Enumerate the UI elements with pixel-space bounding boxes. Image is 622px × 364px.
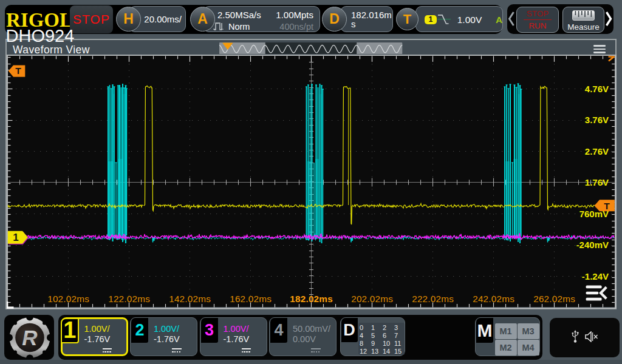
svg-text:3.76V: 3.76V: [585, 115, 609, 125]
svg-text:-1.24V: -1.24V: [582, 271, 609, 281]
svg-text:102.02ms: 102.02ms: [47, 294, 89, 304]
svg-text:182.02ms: 182.02ms: [290, 294, 333, 304]
svg-text:262.02ms: 262.02ms: [533, 294, 575, 304]
svg-text:T: T: [15, 66, 21, 76]
svg-text:222.02ms: 222.02ms: [412, 294, 454, 304]
svg-text:242.02ms: 242.02ms: [473, 294, 514, 304]
svg-text:1.76V: 1.76V: [585, 177, 609, 187]
svg-text:122.02ms: 122.02ms: [108, 294, 150, 304]
svg-text:760mV: 760mV: [579, 209, 609, 219]
svg-text:2.76V: 2.76V: [585, 146, 609, 157]
svg-text:162.02ms: 162.02ms: [230, 294, 272, 304]
svg-text:4.76V: 4.76V: [585, 84, 609, 94]
svg-text:1: 1: [13, 232, 18, 243]
svg-text:R: R: [22, 326, 38, 349]
svg-text:202.02ms: 202.02ms: [351, 294, 393, 304]
svg-text:142.02ms: 142.02ms: [169, 294, 211, 304]
svg-text:-240mV: -240mV: [576, 240, 609, 250]
